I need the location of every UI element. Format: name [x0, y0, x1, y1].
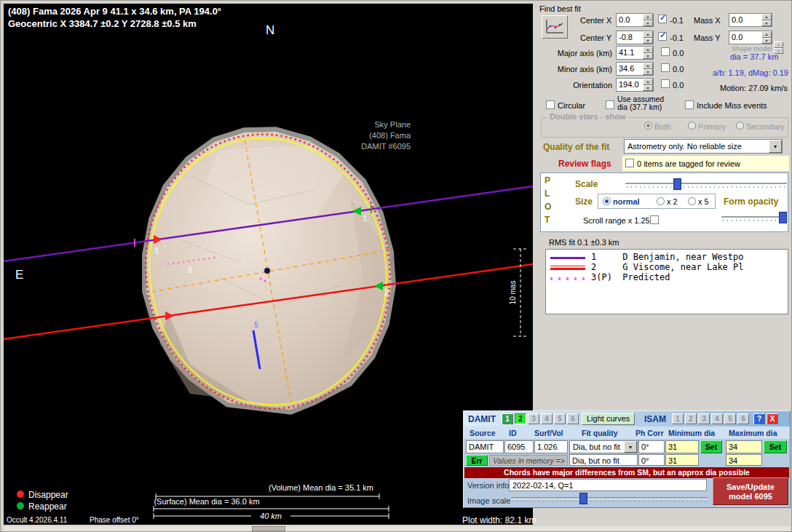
isam-model-2-button[interactable]: 2 — [685, 413, 697, 424]
damit-model-6-button[interactable]: 6 — [567, 413, 579, 424]
double-stars-primary-label: Primary — [698, 122, 726, 131]
disappear-legend-label: Disappear — [28, 490, 68, 500]
scale-slider-thumb[interactable] — [673, 178, 681, 190]
horizontal-scrollbar[interactable] — [4, 526, 791, 531]
observer-3-entry[interactable]: 3(P) Predicted — [591, 272, 670, 282]
skyplane-line3: DAMIT #6095 — [361, 142, 411, 151]
scroll-range-checkbox[interactable] — [650, 215, 659, 224]
minor-axis-value[interactable]: 34.6 — [617, 63, 643, 75]
orientation-value[interactable]: 194.0 — [617, 79, 643, 91]
center-y-updown[interactable]: ▲▼ — [643, 31, 653, 44]
isam-model-5-button[interactable]: 5 — [724, 413, 736, 424]
version-info-field[interactable]: 2022-02-14, Q=1 — [509, 479, 707, 491]
isam-title: ISAM — [644, 414, 666, 424]
scale-slider[interactable] — [625, 178, 787, 190]
isam-model-1-button[interactable]: 1 — [672, 413, 684, 424]
mass-y-value[interactable]: 0.0 — [729, 31, 761, 44]
rms-fit-label: RMS fit 0.1 ±0.3 km — [549, 238, 619, 247]
image-scale-thumb[interactable] — [579, 493, 587, 504]
form-opacity-track[interactable] — [721, 216, 787, 218]
center-y-checkbox[interactable] — [658, 32, 667, 41]
observer-1-entry[interactable]: 1 D Benjamin, near Westpo — [591, 252, 744, 262]
mass-y-updown[interactable]: ▲▼ — [761, 31, 772, 44]
double-stars-secondary-radio[interactable] — [736, 122, 744, 130]
max-dia-memory-cell: 34 — [726, 454, 762, 466]
include-miss-checkbox[interactable] — [685, 100, 694, 109]
volume-dia-label: (Volume) Mean dia = 35.1 km — [269, 483, 373, 492]
major-axis-label: Major axis (km) — [548, 49, 612, 57]
mass-y-spinner[interactable]: 0.0 ▲▼ — [729, 31, 772, 44]
observer-list[interactable]: 1 D Benjamin, near Westpo 2 G Viscome, n… — [545, 249, 788, 314]
use-assumed-dia-label: Use assumed dia (37.7 km) — [617, 95, 664, 111]
isam-model-6-button[interactable]: 6 — [737, 413, 749, 424]
reappear-legend-label: Reappear — [28, 501, 67, 512]
damit-model-2-button[interactable]: 2 — [515, 413, 526, 424]
chevron-down-icon[interactable]: ▼ — [624, 441, 637, 453]
help-button[interactable]: ? — [753, 413, 765, 424]
image-scale-slider[interactable] — [511, 493, 708, 504]
review-flags-checkbox[interactable] — [625, 159, 634, 167]
close-button[interactable]: X — [767, 413, 778, 424]
save-update-model-button[interactable]: Save/Update model 6095 — [713, 477, 788, 505]
center-x-spinner[interactable]: 0.0 ▲▼ — [616, 13, 654, 27]
scale-slider-track[interactable] — [625, 183, 787, 185]
east-label: E — [15, 268, 23, 282]
size-label: Size — [575, 196, 593, 207]
minor-axis-updown[interactable]: ▲▼ — [643, 63, 653, 75]
quality-of-fit-dropdown[interactable]: Astrometry only. No reliable size ▼ — [624, 139, 783, 154]
review-flags-label: Review flags — [558, 159, 611, 169]
orientation-spinner[interactable]: 194.0 ▲▼ — [616, 78, 654, 92]
observer-2-line-sample — [550, 268, 585, 270]
fit-quality-dropdown[interactable]: Dia, but no fit ▼ — [569, 440, 638, 453]
form-opacity-thumb[interactable] — [779, 212, 787, 223]
ph-corr-cell: 0° — [638, 440, 665, 453]
circular-checkbox[interactable] — [546, 100, 555, 109]
set-min-button[interactable]: Set — [700, 440, 722, 453]
form-opacity-slider[interactable] — [721, 212, 787, 223]
observer-2-entry[interactable]: 2 G Viscome, near Lake Pl — [591, 262, 744, 272]
size-normal-radio[interactable] — [603, 197, 611, 205]
damit-model-1-button[interactable]: 1 — [502, 413, 513, 424]
center-x-checkbox[interactable] — [658, 15, 667, 23]
mass-x-spinner[interactable]: 0.0 ▲▼ — [729, 13, 772, 27]
surfvol-cell: 1.026 — [534, 440, 568, 453]
image-scale-track[interactable] — [511, 497, 708, 499]
horizontal-scrollbar-thumb[interactable] — [252, 526, 285, 531]
center-x-label: Center X — [580, 16, 611, 25]
double-stars-primary-radio[interactable] — [688, 122, 696, 130]
size-x5-radio[interactable] — [688, 197, 696, 205]
version-info-label: Version info — [467, 481, 509, 490]
orientation-checkbox[interactable] — [661, 79, 670, 88]
isam-model-4-button[interactable]: 4 — [711, 413, 723, 424]
occult-window: 1 1 2 3 5 (408) Fama 2026 Apr 9 41.1 x 3… — [0, 0, 792, 532]
center-x-updown[interactable]: ▲▼ — [643, 14, 653, 26]
isam-model-3-button[interactable]: 3 — [698, 413, 710, 424]
minor-axis-checkbox[interactable] — [661, 63, 670, 72]
use-assumed-dia-checkbox[interactable] — [606, 100, 614, 109]
major-axis-updown[interactable]: ▲▼ — [643, 47, 653, 59]
damit-model-4-button[interactable]: 4 — [541, 413, 553, 424]
double-stars-both-radio[interactable] — [644, 122, 652, 130]
major-axis-checkbox[interactable] — [661, 47, 670, 56]
center-x-value[interactable]: 0.0 — [617, 14, 643, 26]
size-x2-radio[interactable] — [657, 197, 665, 205]
err-button[interactable]: Err — [466, 455, 488, 466]
major-axis-value[interactable]: 41.1 — [617, 47, 643, 59]
damit-model-5-button[interactable]: 5 — [554, 413, 566, 424]
center-y-spinner[interactable]: -0.8 ▲▼ — [616, 31, 654, 44]
plot-title-line1: (408) Fama 2026 Apr 9 41.1 x 34.6 km, PA… — [8, 6, 221, 17]
chevron-down-icon[interactable]: ▼ — [769, 140, 782, 153]
damit-model-3-button[interactable]: 3 — [528, 413, 539, 424]
source-cell: DAMIT — [466, 440, 504, 453]
mass-x-updown[interactable]: ▲▼ — [761, 14, 772, 26]
light-curves-button[interactable]: Light curves — [582, 413, 635, 425]
major-axis-spinner[interactable]: 41.1 ▲▼ — [616, 46, 654, 60]
minor-axis-spinner[interactable]: 34.6 ▲▼ — [616, 62, 654, 76]
set-max-button[interactable]: Set — [764, 440, 787, 453]
center-y-value[interactable]: -0.8 — [617, 31, 643, 44]
scale-label: Scale — [575, 179, 598, 189]
find-best-fit-button[interactable] — [542, 15, 568, 39]
mass-x-value[interactable]: 0.0 — [729, 14, 761, 26]
find-best-fit-label: Find best fit — [539, 4, 581, 13]
orientation-updown[interactable]: ▲▼ — [643, 79, 653, 91]
